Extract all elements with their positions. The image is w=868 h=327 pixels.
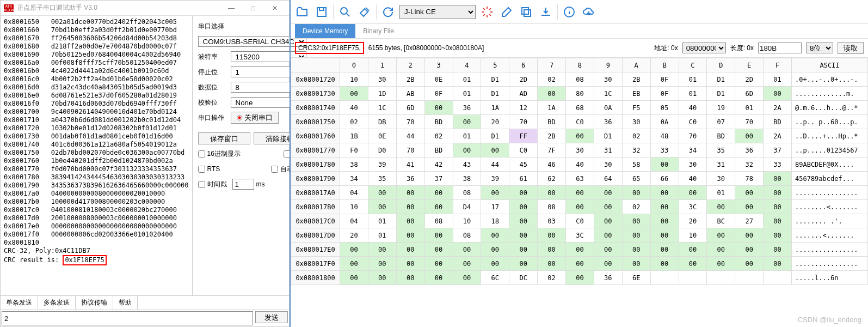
byte-cell[interactable]: 0F <box>424 87 453 101</box>
byte-cell[interactable]: 1D <box>368 87 396 101</box>
byte-cell[interactable]: 00 <box>707 243 735 257</box>
byte-cell[interactable]: BD <box>424 115 453 129</box>
byte-cell[interactable]: 00 <box>622 214 650 228</box>
byte-cell[interactable]: 30 <box>566 143 594 158</box>
byte-cell[interactable]: 40 <box>566 158 594 172</box>
byte-cell[interactable]: 80 <box>566 87 594 101</box>
byte-cell[interactable]: 00 <box>340 257 368 271</box>
byte-cell[interactable]: 2B <box>538 129 566 143</box>
byte-cell[interactable]: 04 <box>340 186 368 200</box>
byte-cell[interactable]: 70 <box>509 115 538 129</box>
byte-cell[interactable]: 08 <box>453 228 481 243</box>
byte-cell[interactable]: 02 <box>340 115 368 129</box>
byte-cell[interactable]: 00 <box>735 228 764 243</box>
byte-cell[interactable]: 00 <box>509 257 538 271</box>
byte-cell[interactable]: 00 <box>735 186 764 200</box>
byte-cell[interactable]: 00 <box>764 186 792 200</box>
byte-cell[interactable]: 00 <box>340 87 368 101</box>
byte-cell[interactable]: 00 <box>764 228 792 243</box>
byte-cell[interactable]: 2A <box>764 101 792 115</box>
address-input[interactable]: 08000000 <box>682 43 726 53</box>
byte-cell[interactable]: 6C <box>481 271 509 285</box>
byte-cell[interactable]: 70 <box>679 129 707 143</box>
disconnect-icon[interactable] <box>479 4 495 20</box>
byte-cell[interactable]: 00 <box>538 243 566 257</box>
byte-cell[interactable]: 00 <box>707 200 735 214</box>
tab-protocol[interactable]: 协议传输 <box>76 296 113 310</box>
byte-cell[interactable]: 30 <box>707 172 735 186</box>
byte-cell[interactable]: 20 <box>481 115 509 129</box>
cloud-icon[interactable] <box>581 4 597 20</box>
byte-cell[interactable]: 2D <box>735 72 764 87</box>
byte-cell[interactable]: 70 <box>396 115 424 129</box>
byte-cell[interactable]: 00 <box>679 243 707 257</box>
byte-cell[interactable]: 00 <box>650 186 679 200</box>
byte-cell[interactable]: 00 <box>650 257 679 271</box>
byte-cell[interactable]: 03 <box>538 214 566 228</box>
tab-help[interactable]: 帮助 <box>113 296 138 310</box>
byte-cell[interactable]: 18 <box>481 214 509 228</box>
byte-cell[interactable]: 36 <box>453 101 481 115</box>
byte-cell[interactable]: 00 <box>396 271 424 285</box>
byte-cell[interactable]: 10 <box>453 214 481 228</box>
byte-cell[interactable]: 0F <box>650 87 679 101</box>
byte-cell[interactable]: 7F <box>538 143 566 158</box>
byte-cell[interactable]: 08 <box>538 200 566 214</box>
byte-cell[interactable]: 00 <box>509 228 538 243</box>
byte-cell[interactable]: 00 <box>735 129 764 143</box>
byte-cell[interactable]: 00 <box>453 143 481 158</box>
byte-cell[interactable]: 07 <box>707 115 735 129</box>
byte-cell[interactable]: DC <box>509 271 538 285</box>
byte-cell[interactable]: 33 <box>764 158 792 172</box>
byte-cell[interactable]: 44 <box>396 129 424 143</box>
byte-cell[interactable]: 05 <box>650 101 679 115</box>
byte-cell[interactable]: 30 <box>594 158 622 172</box>
byte-cell[interactable]: 00 <box>650 158 679 172</box>
byte-cell[interactable]: F5 <box>622 101 650 115</box>
byte-cell[interactable]: 00 <box>424 228 453 243</box>
byte-cell[interactable]: 0E <box>424 72 453 87</box>
byte-cell[interactable]: 00 <box>764 243 792 257</box>
byte-cell[interactable]: 1C <box>594 87 622 101</box>
byte-cell[interactable]: 00 <box>594 257 622 271</box>
byte-cell[interactable]: D1 <box>707 72 735 87</box>
byte-cell[interactable]: 00 <box>340 271 368 285</box>
byte-cell[interactable]: AD <box>509 87 538 101</box>
hex-display-checkbox[interactable] <box>198 150 205 158</box>
byte-cell[interactable]: 00 <box>594 214 622 228</box>
erase-icon[interactable] <box>498 4 515 20</box>
byte-cell[interactable]: 2B <box>396 72 424 87</box>
byte-cell[interactable]: 32 <box>622 143 650 158</box>
byte-cell[interactable]: 64 <box>594 172 622 186</box>
maximize-button[interactable]: □ <box>242 4 264 12</box>
autosave-checkbox[interactable] <box>271 166 278 173</box>
byte-cell[interactable]: 68 <box>566 101 594 115</box>
byte-cell[interactable]: 66 <box>650 172 679 186</box>
byte-cell[interactable]: 00 <box>396 200 424 214</box>
byte-cell[interactable]: 00 <box>424 243 453 257</box>
byte-cell[interactable]: 01 <box>453 72 481 87</box>
byte-cell[interactable]: 6E <box>622 271 650 285</box>
timestamp-checkbox[interactable] <box>198 181 205 188</box>
byte-cell[interactable]: 00 <box>707 257 735 271</box>
byte-cell[interactable]: 00 <box>453 257 481 271</box>
byte-cell[interactable]: 00 <box>622 228 650 243</box>
byte-cell[interactable]: 10 <box>340 200 368 214</box>
byte-cell[interactable]: 00 <box>538 186 566 200</box>
byte-cell[interactable]: 00 <box>679 257 707 271</box>
byte-cell[interactable]: 39 <box>368 158 396 172</box>
byte-cell[interactable]: 00 <box>396 243 424 257</box>
byte-cell[interactable]: 00 <box>566 243 594 257</box>
byte-cell[interactable]: 20 <box>679 214 707 228</box>
byte-cell[interactable]: 61 <box>509 172 538 186</box>
byte-cell[interactable]: 34 <box>679 143 707 158</box>
byte-cell[interactable]: D1 <box>481 129 509 143</box>
byte-cell[interactable]: 00 <box>396 214 424 228</box>
copy-icon[interactable] <box>518 4 534 20</box>
byte-cell[interactable]: 44 <box>481 158 509 172</box>
byte-cell[interactable]: 00 <box>340 243 368 257</box>
byte-cell[interactable]: 38 <box>453 172 481 186</box>
byte-cell[interactable]: 00 <box>735 243 764 257</box>
byte-cell[interactable]: 3C <box>679 200 707 214</box>
byte-cell[interactable]: 01 <box>679 87 707 101</box>
